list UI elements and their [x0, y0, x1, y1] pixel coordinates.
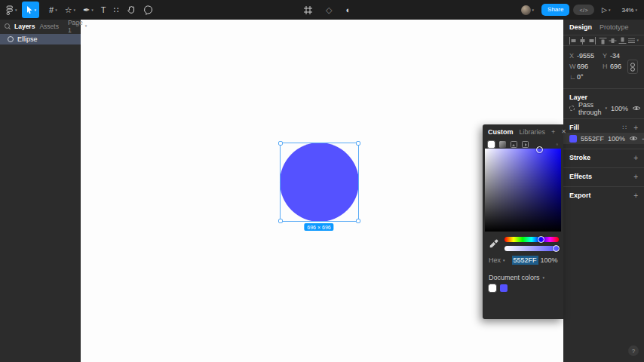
tab-design[interactable]: Design — [569, 23, 592, 31]
chevron-down-icon: ▾ — [15, 8, 17, 12]
fill-type-image-button[interactable] — [511, 141, 517, 148]
resize-handle-top-left[interactable] — [278, 141, 283, 146]
blend-mode-icon — [569, 106, 575, 111]
resize-handle-top-right[interactable] — [356, 141, 360, 146]
add-export-button[interactable]: + — [633, 192, 638, 200]
chevron-down-icon: ▾ — [606, 106, 608, 110]
chevron-down-icon: ▾ — [55, 8, 57, 12]
create-component-button[interactable]: ◇ — [323, 2, 335, 18]
layer-opacity-input[interactable]: 100% — [611, 105, 628, 112]
layer-row-ellipse[interactable]: Ellipse — [0, 34, 81, 44]
blend-mode-dropdown[interactable]: Pass through — [578, 101, 602, 116]
fill-type-solid-button[interactable] — [488, 141, 495, 148]
selection-size-badge: 696 × 696 — [304, 223, 333, 231]
saturation-brightness-area[interactable] — [485, 149, 561, 232]
hue-slider[interactable] — [504, 237, 559, 242]
main-menu-button[interactable]: ▾ — [3, 2, 20, 18]
styles-icon[interactable]: ∷ — [622, 124, 627, 132]
search-icon[interactable] — [5, 23, 10, 29]
move-tool-button[interactable]: ▾ — [22, 2, 40, 18]
share-button[interactable]: Share — [541, 4, 569, 16]
y-label: Y — [603, 52, 610, 60]
opacity-handle[interactable] — [553, 245, 560, 252]
align-bottom-button[interactable] — [618, 37, 627, 44]
chevron-down-icon: ▾ — [35, 8, 37, 12]
fill-hex-input[interactable]: 5552FF — [581, 135, 604, 143]
opacity-slider[interactable] — [504, 246, 559, 251]
fill-type-gradient-button[interactable] — [499, 141, 506, 148]
fill-section-title: Fill — [569, 124, 579, 131]
zoom-menu[interactable]: 34% ▾ — [618, 2, 640, 18]
hand-tool-button[interactable] — [124, 2, 139, 18]
add-fill-button[interactable]: + — [633, 124, 638, 132]
layers-panel: Layers Assets Page 1 ▾ Ellipse — [0, 20, 81, 362]
dev-mode-toggle[interactable]: </> — [573, 5, 594, 15]
hex-format-dropdown[interactable]: Hex — [489, 256, 501, 264]
document-color-swatch-white[interactable] — [489, 284, 496, 292]
add-effect-button[interactable]: + — [633, 173, 638, 181]
tab-prototype[interactable]: Prototype — [600, 23, 629, 31]
page-selector[interactable]: Page 1 ▾ — [68, 19, 87, 34]
edit-object-icon — [304, 6, 312, 14]
avatar — [521, 5, 531, 15]
mask-icon: ◐ — [345, 6, 351, 14]
fill-opacity-input[interactable]: 100% — [608, 135, 625, 143]
account-menu[interactable]: ▾ — [518, 2, 538, 18]
opacity-input[interactable]: 100% — [541, 256, 558, 264]
rotation-input[interactable]: 0° — [577, 73, 603, 81]
eyedropper-icon[interactable] — [489, 239, 498, 249]
help-button[interactable]: ? — [628, 345, 639, 356]
comment-tool-button[interactable] — [140, 2, 156, 18]
zoom-level: 34% — [621, 7, 633, 14]
resources-button[interactable]: ∷ — [111, 2, 122, 18]
rotation-icon: ∟ — [569, 73, 577, 81]
present-button[interactable]: ▷ ▾ — [599, 2, 613, 18]
align-left-button[interactable] — [569, 37, 577, 44]
x-input[interactable]: -9555 — [577, 52, 603, 60]
text-tool-button[interactable]: T — [98, 2, 109, 18]
fill-color-swatch[interactable] — [569, 135, 577, 143]
align-top-button[interactable] — [599, 37, 607, 44]
eye-icon[interactable] — [632, 105, 641, 112]
color-handle[interactable] — [536, 146, 543, 153]
hex-input[interactable]: 5552FF — [512, 256, 538, 265]
tab-assets[interactable]: Assets — [39, 23, 59, 30]
frame-icon: # — [49, 6, 54, 14]
align-h-center-button[interactable] — [578, 37, 587, 44]
resize-handle-bottom-left[interactable] — [278, 219, 283, 223]
document-color-swatch-blue[interactable] — [500, 284, 508, 292]
y-input[interactable]: -34 — [610, 52, 636, 60]
ellipse-layer-icon — [8, 36, 14, 42]
tab-layers[interactable]: Layers — [14, 23, 35, 30]
eye-icon[interactable] — [629, 135, 638, 142]
align-v-center-button[interactable] — [609, 37, 617, 44]
stroke-section-title: Stroke — [569, 154, 590, 161]
hue-handle[interactable] — [538, 236, 544, 243]
code-icon: </> — [579, 8, 588, 13]
edit-object-button[interactable] — [301, 2, 315, 18]
align-right-button[interactable] — [588, 37, 596, 44]
add-stroke-button[interactable]: + — [633, 154, 638, 162]
use-as-mask-button[interactable]: ◐ — [342, 2, 354, 18]
droplet-icon[interactable]: ◦ — [556, 141, 558, 148]
chevron-down-icon: ▾ — [609, 8, 611, 12]
tab-custom[interactable]: Custom — [488, 128, 514, 136]
fill-row[interactable]: 5552FF 100% − — [563, 133, 644, 144]
w-input[interactable]: 696 — [577, 63, 603, 70]
document-colors-toggle[interactable]: Document colors ▾ — [489, 274, 544, 281]
chevron-down-icon: ▾ — [636, 38, 639, 42]
selection-box — [280, 143, 359, 222]
shape-tool-button[interactable]: ☆ ▾ — [62, 2, 78, 18]
tab-libraries[interactable]: Libraries — [520, 128, 546, 136]
component-icon: ◇ — [326, 6, 332, 14]
comment-icon — [143, 5, 153, 15]
fill-type-video-button[interactable] — [522, 141, 529, 148]
pen-tool-button[interactable]: ✒ ▾ — [80, 2, 97, 18]
frame-tool-button[interactable]: # ▾ — [46, 2, 60, 18]
tidy-up-menu[interactable]: ▾ — [628, 38, 639, 44]
resize-handle-bottom-right[interactable] — [356, 219, 360, 223]
effects-section-title: Effects — [569, 173, 592, 180]
x-label: X — [569, 52, 577, 60]
add-style-button[interactable]: + — [551, 128, 555, 136]
close-icon[interactable]: ✕ — [561, 128, 566, 136]
